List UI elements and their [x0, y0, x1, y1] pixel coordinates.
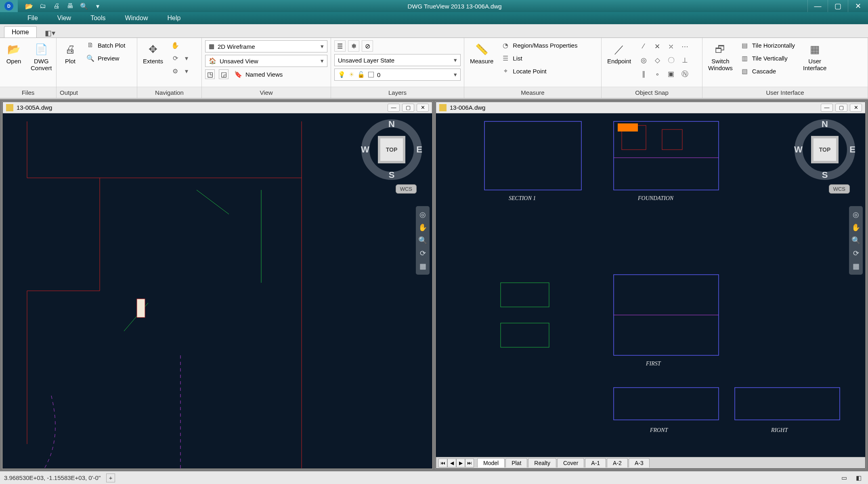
viewcube-right[interactable]: N S W E TOP [793, 117, 857, 182]
layout-tab-model[interactable]: Model [477, 458, 505, 467]
viewcube-e[interactable]: E [416, 144, 422, 155]
viewcube-top-face[interactable]: TOP [813, 138, 836, 161]
layout-tab-realty[interactable]: Realty [528, 458, 556, 467]
tab-nav-prev[interactable]: ◀ [447, 459, 456, 467]
user-interface-button[interactable]: ▦ User Interface [801, 40, 829, 73]
viewcube-s[interactable]: S [389, 170, 395, 180]
layer-freeze-button[interactable]: ❄ [348, 40, 359, 52]
osnap-apparent-icon[interactable]: ⤫ [665, 40, 677, 52]
orbit-button[interactable]: ⟳▾ [170, 53, 192, 63]
osnap-nearest-icon[interactable]: Ⓝ [679, 68, 691, 80]
nav-pan-icon[interactable]: ✋ [418, 223, 427, 232]
nav-zoom-icon[interactable]: 🔍 [418, 236, 427, 245]
tile-horizontally-button[interactable]: ▤Tile Horizontally [739, 40, 797, 50]
statusbar-tray-settings-icon[interactable]: ◧ [853, 474, 864, 482]
menu-view[interactable]: View [48, 15, 81, 22]
wcs-badge-right[interactable]: WCS [829, 184, 850, 194]
list-button[interactable]: ☰List [500, 53, 579, 63]
layer-properties-button[interactable]: ☰ [334, 40, 346, 52]
ribbon-tab-switcher[interactable]: ◧▾ [42, 29, 59, 38]
view-cube-toggle[interactable]: ◳ [205, 69, 215, 79]
open-button[interactable]: 📂 Open [3, 40, 24, 67]
switch-windows-button[interactable]: 🗗 Switch Windows [706, 40, 735, 73]
osnap-tangent-icon[interactable]: 〇 [665, 54, 677, 66]
viewcube-s[interactable]: S [822, 170, 828, 180]
plot-button[interactable]: 🖨 Plot [60, 40, 81, 67]
qat-print-icon[interactable]: 🖨 [52, 2, 61, 10]
menu-help[interactable]: Help [157, 15, 190, 22]
osnap-midpoint-icon[interactable]: ∕ [637, 40, 650, 52]
maximize-button[interactable]: ▢ [828, 0, 848, 12]
nav-pan-icon[interactable]: ✋ [851, 223, 860, 232]
tile-vertically-button[interactable]: ▥Tile Vertically [739, 53, 797, 63]
wcs-badge-left[interactable]: WCS [396, 184, 417, 194]
tab-nav-last[interactable]: ⏭ [465, 459, 474, 467]
locate-point-button[interactable]: ⌖Locate Point [500, 66, 579, 76]
doc-titlebar-left[interactable]: 13-005A.dwg — ▢ ✕ [3, 102, 432, 113]
nav-settings-button[interactable]: ⚙▾ [170, 66, 192, 76]
minimize-button[interactable]: — [807, 0, 828, 12]
osnap-node-icon[interactable]: ∘ [651, 68, 663, 80]
named-views-button[interactable]: 🔖Named Views [233, 69, 284, 79]
layer-state-dropdown[interactable]: Unsaved Layer State ▾ [334, 54, 461, 66]
measure-button[interactable]: 📏 Measure [468, 40, 496, 67]
osnap-intersection-icon[interactable]: ✕ [651, 40, 663, 52]
osnap-parallel-icon[interactable]: ∥ [637, 68, 650, 80]
app-logo[interactable]: D [0, 0, 18, 12]
saved-view-dropdown[interactable]: 🏠 Unsaved View ▾ [205, 55, 327, 67]
layout-tab-a3[interactable]: A-3 [629, 458, 650, 467]
osnap-perpendicular-icon[interactable]: ⊥ [679, 54, 691, 66]
nav-orbit-icon[interactable]: ⟳ [420, 249, 426, 258]
viewcube-w[interactable]: W [361, 144, 369, 155]
nav-showmotion-icon[interactable]: ▦ [853, 262, 860, 271]
layout-tab-a2[interactable]: A-2 [607, 458, 628, 467]
endpoint-button[interactable]: ／ Endpoint [605, 40, 633, 67]
extents-button[interactable]: ✥ Extents [140, 40, 166, 67]
drawing-canvas-left[interactable]: N S W E TOP WCS ◎ ✋ 🔍 ⟳ ▦ [3, 113, 432, 468]
layer-off-button[interactable]: ⊘ [362, 40, 373, 52]
doc-minimize-button[interactable]: — [821, 104, 833, 112]
tab-nav-first[interactable]: ⏮ [438, 459, 447, 467]
qat-open-dwf-icon[interactable]: 🗂 [39, 2, 47, 10]
osnap-center-icon[interactable]: ◎ [637, 54, 650, 66]
doc-close-button[interactable]: ✕ [850, 104, 862, 112]
region-mass-button[interactable]: ◔Region/Mass Properties [500, 40, 579, 50]
qat-open-icon[interactable]: 📂 [25, 2, 33, 10]
preview-button[interactable]: 🔍Preview [85, 53, 127, 63]
viewcube-left[interactable]: N S W E TOP [359, 117, 424, 182]
statusbar-add-button[interactable]: + [106, 474, 115, 482]
qat-plot-icon[interactable]: 🖶 [66, 2, 74, 10]
statusbar-clean-screen-icon[interactable]: ▭ [839, 474, 849, 482]
doc-close-button[interactable]: ✕ [417, 104, 429, 112]
qat-dropdown-icon[interactable]: ▾ [94, 2, 102, 10]
tab-nav-next[interactable]: ▶ [456, 459, 465, 467]
qat-find-icon[interactable]: 🔍 [80, 2, 88, 10]
pan-button[interactable]: ✋ [170, 40, 192, 50]
drawing-canvas-right[interactable]: SECTION 1 FOUNDATION FIRST FRONT RIGHT N… [436, 113, 865, 457]
doc-minimize-button[interactable]: — [388, 104, 400, 112]
dwg-convert-button[interactable]: 📄 DWG Convert [28, 40, 55, 73]
nav-orbit-icon[interactable]: ⟳ [853, 249, 859, 258]
layout-tab-a1[interactable]: A-1 [585, 458, 606, 467]
current-layer-dropdown[interactable]: 💡 ☀ 🔓 0 ▾ [334, 69, 461, 81]
viewcube-w[interactable]: W [794, 144, 803, 155]
ribbon-tab-home[interactable]: Home [4, 26, 37, 38]
doc-maximize-button[interactable]: ▢ [835, 104, 847, 112]
viewcube-n[interactable]: N [388, 119, 395, 129]
nav-wheel-icon[interactable]: ◎ [853, 210, 859, 219]
menu-tools[interactable]: Tools [81, 15, 115, 22]
nav-showmotion-icon[interactable]: ▦ [419, 262, 426, 271]
viewcube-e[interactable]: E [849, 144, 855, 155]
viewcube-n[interactable]: N [822, 119, 828, 129]
nav-zoom-icon[interactable]: 🔍 [851, 236, 860, 245]
doc-maximize-button[interactable]: ▢ [402, 104, 414, 112]
osnap-insert-icon[interactable]: ▣ [665, 68, 677, 80]
doc-titlebar-right[interactable]: 13-006A.dwg — ▢ ✕ [436, 102, 865, 113]
visual-style-dropdown[interactable]: ▦ 2D Wireframe ▾ [205, 40, 327, 52]
layout-tab-cover[interactable]: Cover [557, 458, 584, 467]
osnap-quadrant-icon[interactable]: ◇ [651, 54, 663, 66]
batch-plot-button[interactable]: 🗎Batch Plot [85, 40, 127, 50]
viewcube-top-face[interactable]: TOP [380, 138, 403, 161]
view-nav-toggle[interactable]: ◲ [219, 69, 229, 79]
menu-file[interactable]: File [18, 15, 48, 22]
